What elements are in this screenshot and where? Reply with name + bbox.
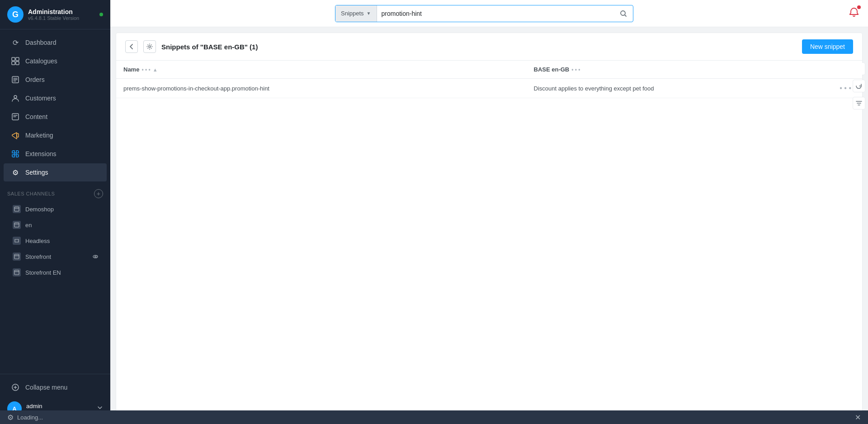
dashboard-icon: ⟳	[11, 38, 20, 47]
sidebar-item-label: Extensions	[25, 150, 56, 157]
storefront-eye-icon[interactable]	[91, 252, 99, 261]
sidebar-item-label: Demoshop	[25, 206, 54, 213]
filter-icon[interactable]	[853, 97, 865, 110]
svg-rect-0	[12, 57, 15, 61]
table-row: prems-show-promotions-in-checkout-app.pr…	[116, 79, 862, 98]
svg-point-5	[14, 95, 17, 98]
sidebar-item-label: Catalogues	[25, 57, 57, 65]
sidebar-item-label: Content	[25, 113, 47, 120]
snippet-value: Discount applies to everything except pe…	[534, 85, 654, 92]
topbar: Snippets ▼	[110, 0, 868, 27]
catalogues-icon	[11, 57, 20, 66]
sidebar-item-en[interactable]: en	[4, 217, 107, 233]
topbar-right	[849, 7, 859, 19]
status-dot	[99, 13, 103, 16]
snippets-table: Name • • • ▲ BASE en-GB • • •	[116, 61, 862, 98]
orders-icon	[11, 75, 20, 84]
collapse-menu-button[interactable]: Collapse menu	[4, 378, 107, 396]
svg-rect-2	[12, 62, 15, 65]
sidebar-item-extensions[interactable]: Extensions	[4, 145, 107, 163]
app-logo: G	[7, 6, 24, 23]
content-icon	[11, 112, 20, 121]
sidebar-item-label: Storefront	[25, 253, 51, 260]
refresh-icon[interactable]	[853, 80, 865, 92]
loading-bar: ⚙ Loading... ✕	[0, 410, 868, 424]
sidebar-item-orders[interactable]: Orders	[4, 71, 107, 89]
collapse-menu-label: Collapse menu	[25, 384, 67, 391]
snippet-value-cell: Discount applies to everything except pe…	[527, 79, 825, 98]
sidebar: G Administration v6.4.8.1 Stable Version…	[0, 0, 110, 424]
storefront-icon	[13, 252, 21, 261]
snippet-key-cell: prems-show-promotions-in-checkout-app.pr…	[116, 79, 527, 98]
search-bar: Snippets ▼	[335, 5, 633, 22]
back-button[interactable]	[125, 40, 138, 53]
sidebar-item-headless[interactable]: Headless	[4, 233, 107, 248]
sidebar-item-label: Marketing	[25, 132, 53, 139]
add-sales-channel-button[interactable]: +	[94, 189, 103, 198]
main-area: Snippets ▼	[110, 0, 868, 424]
sidebar-item-label: Orders	[25, 76, 45, 83]
storefront-en-icon	[13, 268, 21, 276]
svg-rect-3	[16, 62, 19, 65]
col-actions-header	[825, 61, 863, 79]
sidebar-item-marketing[interactable]: Marketing	[4, 126, 107, 144]
search-button[interactable]	[614, 5, 633, 22]
sidebar-item-label: Settings	[25, 169, 48, 176]
svg-rect-15	[14, 270, 19, 275]
customers-icon	[11, 94, 20, 103]
col-base-options-icon[interactable]: • • •	[571, 67, 580, 73]
sidebar-item-storefront-en[interactable]: Storefront EN	[4, 265, 107, 280]
content-header-left: Snippets of "BASE en-GB" (1)	[125, 40, 258, 53]
search-input[interactable]	[377, 7, 614, 20]
loading-icon: ⚙	[7, 413, 14, 422]
extensions-icon	[11, 149, 20, 158]
col-name-options-icon[interactable]: • • •	[142, 67, 150, 73]
en-icon	[13, 221, 21, 229]
loading-text: Loading...	[17, 414, 43, 421]
svg-point-14	[95, 256, 96, 257]
close-loading-button[interactable]: ✕	[855, 413, 861, 422]
notification-button[interactable]	[849, 7, 859, 19]
page-title: Snippets of "BASE en-GB" (1)	[161, 43, 258, 51]
app-version: v6.4.8.1 Stable Version	[28, 15, 95, 21]
settings-button[interactable]	[143, 40, 156, 53]
sidebar-header: G Administration v6.4.8.1 Stable Version	[0, 0, 110, 29]
svg-rect-6	[17, 133, 19, 137]
search-scope-chevron-icon: ▼	[367, 11, 371, 16]
svg-rect-7	[14, 207, 19, 211]
svg-rect-11	[14, 254, 19, 259]
sidebar-item-dashboard[interactable]: ⟳ Dashboard	[4, 33, 107, 52]
demoshop-icon	[13, 205, 21, 213]
svg-rect-9	[14, 223, 19, 227]
headless-icon	[13, 237, 21, 245]
sort-icon[interactable]: ▲	[153, 67, 158, 72]
search-scope-button[interactable]: Snippets ▼	[335, 5, 377, 22]
settings-icon: ⚙	[11, 168, 20, 177]
sidebar-item-settings[interactable]: ⚙ Settings	[4, 163, 107, 181]
svg-point-19	[149, 46, 151, 48]
svg-rect-1	[16, 57, 19, 61]
sidebar-item-catalogues[interactable]: Catalogues	[4, 52, 107, 70]
sidebar-item-label: Customers	[25, 95, 56, 102]
sales-channels-section: Sales Channels +	[0, 182, 110, 201]
sidebar-item-label: Storefront EN	[25, 269, 61, 276]
search-scope-label: Snippets	[341, 10, 364, 17]
content-area: Snippets of "BASE en-GB" (1) New snippet…	[116, 33, 863, 419]
app-title-block: Administration v6.4.8.1 Stable Version	[28, 8, 95, 21]
table-header: Name • • • ▲ BASE en-GB • • •	[116, 61, 862, 79]
snippet-key: prems-show-promotions-in-checkout-app.pr…	[123, 85, 269, 92]
sidebar-item-storefront[interactable]: Storefront	[4, 249, 107, 264]
notification-badge	[857, 5, 861, 9]
sidebar-item-customers[interactable]: Customers	[4, 89, 107, 107]
sidebar-item-content[interactable]: Content	[4, 108, 107, 126]
app-name: Administration	[28, 8, 95, 15]
sidebar-item-demoshop[interactable]: Demoshop	[4, 201, 107, 217]
loading-left: ⚙ Loading...	[7, 413, 43, 422]
content-header: Snippets of "BASE en-GB" (1) New snippet	[116, 33, 862, 61]
table-container: Name • • • ▲ BASE en-GB • • •	[116, 61, 862, 418]
new-snippet-button[interactable]: New snippet	[802, 39, 853, 54]
table-body: prems-show-promotions-in-checkout-app.pr…	[116, 79, 862, 98]
sidebar-nav: ⟳ Dashboard Catalogues Orders Customers	[0, 29, 110, 374]
sidebar-item-label: en	[25, 222, 32, 229]
sidebar-item-label: Headless	[25, 238, 50, 244]
